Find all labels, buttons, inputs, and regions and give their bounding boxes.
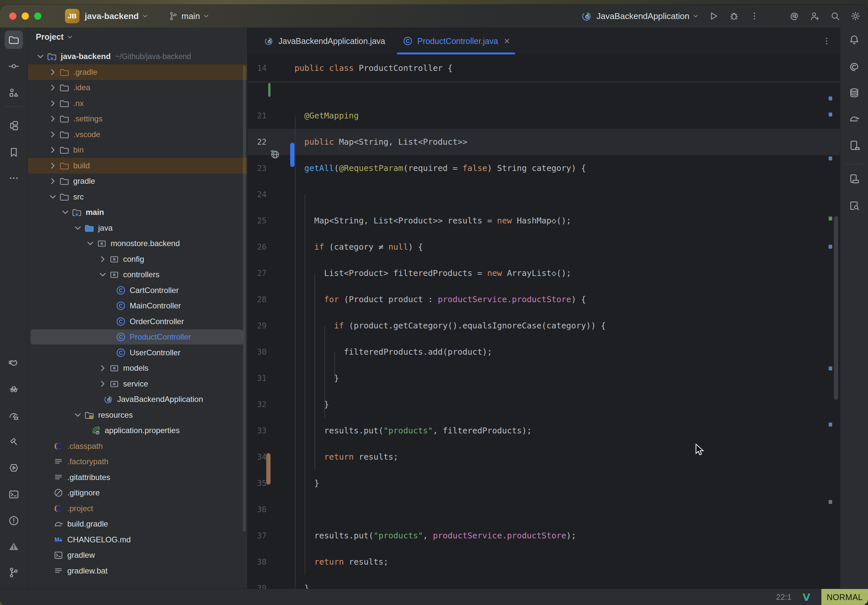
project-tree-scrollbar[interactable] (243, 66, 246, 532)
code-line-23[interactable]: 23 getAll(@RequestParam(required = false… (248, 155, 840, 181)
tree-item--vscode[interactable]: .vscode (28, 127, 247, 142)
tree-item-service[interactable]: service (28, 376, 247, 392)
profiler-icon[interactable] (5, 407, 23, 425)
tree-item-gradle[interactable]: gradle (28, 173, 247, 189)
chevron-down-icon[interactable] (97, 269, 108, 280)
code-line-26[interactable]: 26 if (category ≠ null) { (248, 234, 840, 260)
project-folder-icon[interactable] (5, 31, 23, 49)
code-line-31[interactable]: 31 } (248, 365, 840, 391)
ai-assistant-button[interactable] (788, 9, 801, 23)
chevron-down-icon[interactable] (691, 12, 700, 20)
code-line-29[interactable]: 29 if (product.getCategory().equalsIgnor… (248, 313, 840, 339)
device-mirror-icon[interactable] (845, 170, 863, 188)
chevron-right-icon[interactable] (47, 97, 59, 109)
chevron-right-icon[interactable] (47, 128, 59, 141)
bookmarks-icon[interactable] (5, 143, 23, 161)
notifications-bell-icon[interactable] (845, 31, 863, 49)
code-line-21[interactable]: 21 @GetMapping (248, 103, 840, 129)
chevron-right-icon[interactable] (97, 378, 108, 390)
code-line-37[interactable]: 37 results.put("products", productServic… (248, 523, 840, 549)
spring-mapping-globe-icon[interactable] (268, 148, 282, 161)
tree-item-models[interactable]: models (28, 360, 247, 376)
copilot-cat-icon[interactable] (5, 354, 23, 373)
tree-item-application-properties[interactable]: application.properties (28, 422, 247, 438)
code-line-25[interactable]: 25 Map<String, List<Product>> results = … (248, 208, 840, 234)
tab-options-icon[interactable] (822, 36, 832, 46)
code-editor[interactable]: 21 @GetMapping22 public Map<String, List… (248, 55, 840, 589)
tree-item-maincontroller[interactable]: CMainController (28, 298, 247, 314)
code-line-30[interactable]: 30 filteredProducts.add(product); (248, 339, 840, 365)
error-stripe-mark[interactable] (829, 156, 832, 161)
tree-item--factorypath[interactable]: .factorypath (28, 454, 247, 469)
tree-item-gradlew[interactable]: gradlew (28, 547, 247, 563)
tree-item-java-backend[interactable]: java-backend~/Github/java-backend (28, 48, 247, 64)
run-configuration[interactable]: JavaBackendApplication (597, 11, 690, 21)
minimize-window-button[interactable] (22, 12, 29, 20)
chevron-right-icon[interactable] (47, 144, 59, 156)
error-stripe-mark[interactable] (829, 500, 832, 504)
git-branch-icon[interactable] (5, 563, 23, 582)
tree-item-ordercontroller[interactable]: COrderController (28, 314, 247, 330)
chevron-down-icon[interactable] (141, 12, 149, 20)
code-line-33[interactable]: 33 results.put("products", filteredProdu… (248, 418, 840, 444)
tree-item-changelog-md[interactable]: MCHANGELOG.md (28, 532, 247, 548)
code-line-39[interactable]: 39 } (248, 575, 840, 589)
editor-scrollbar[interactable] (834, 216, 838, 400)
sticky-line-14[interactable]: 14public class ProductController { (248, 55, 840, 82)
close-window-button[interactable] (9, 12, 16, 20)
more-actions-button[interactable] (748, 9, 761, 23)
tree-item--settings[interactable]: .settings (28, 111, 247, 127)
tree-item-java[interactable]: java (28, 220, 247, 236)
error-stripe-mark[interactable] (829, 367, 832, 370)
tree-item-controllers[interactable]: controllers (28, 267, 247, 283)
chevron-down-icon[interactable] (84, 238, 96, 249)
tree-item-javabackendapplication[interactable]: JavaBackendApplication (28, 391, 247, 407)
chevron-right-icon[interactable] (47, 113, 59, 125)
chevron-right-icon[interactable] (47, 66, 59, 78)
build-hammer-icon[interactable] (5, 433, 23, 451)
code-line-38[interactable]: 38 return results; (248, 549, 840, 575)
chevron-down-icon[interactable] (59, 206, 71, 218)
code-line-34[interactable]: 34 return results; (248, 444, 840, 470)
code-line-27[interactable]: 27 List<Product> filteredProducts = new … (248, 260, 840, 286)
chevron-right-icon[interactable] (97, 362, 108, 374)
code-line-22[interactable]: 22 public Map<String, List<Product>> (248, 129, 840, 155)
services-icon[interactable] (5, 459, 23, 477)
code-line-28[interactable]: 28 for (Product product : productService… (248, 286, 840, 313)
warning-triangle-icon[interactable] (5, 537, 23, 556)
tree-item--classpath[interactable]: .classpath (28, 438, 247, 454)
project-name[interactable]: java-backend (85, 11, 139, 21)
settings-button[interactable] (849, 9, 862, 23)
chevron-right-icon[interactable] (97, 253, 108, 265)
tree-item-productcontroller[interactable]: CProductController (28, 329, 247, 345)
tree-item--gitignore[interactable]: .gitignore (28, 485, 247, 501)
commit-icon[interactable] (5, 57, 23, 76)
tree-item-config[interactable]: config (28, 251, 247, 267)
chevron-down-icon[interactable] (72, 222, 84, 234)
chevron-down-icon[interactable] (47, 191, 59, 203)
tree-item--project[interactable]: .project (28, 501, 247, 517)
code-line-35[interactable]: 35 } (248, 470, 840, 497)
ai-assistant-icon[interactable] (845, 58, 863, 76)
structure-icon[interactable] (5, 84, 23, 102)
branch-name[interactable]: main (181, 11, 200, 21)
running-devices-icon[interactable] (845, 136, 863, 155)
code-line-36[interactable]: 36 (248, 497, 840, 523)
code-with-me-button[interactable] (808, 9, 822, 23)
tree-item-bin[interactable]: bin (28, 142, 247, 158)
tree-item-cartcontroller[interactable]: CCartController (28, 283, 247, 298)
search-everywhere-button[interactable] (829, 9, 842, 23)
project-view-selector[interactable]: Project (36, 32, 74, 42)
incognito-icon[interactable] (5, 380, 23, 398)
tree-item--idea[interactable]: .idea (28, 80, 247, 96)
error-stripe-mark[interactable] (829, 422, 832, 427)
chevron-right-icon[interactable] (47, 82, 59, 93)
tree-item-monostore-backend[interactable]: monostore.backend (28, 235, 247, 251)
zoom-window-button[interactable] (34, 12, 41, 20)
find-in-file-icon[interactable] (845, 196, 863, 215)
code-line-32[interactable]: 32 } (248, 391, 840, 418)
vim-mode-badge[interactable]: NORMAL (822, 589, 868, 605)
run-button[interactable] (707, 9, 720, 23)
chevron-right-icon[interactable] (47, 175, 59, 187)
problems-icon[interactable] (5, 512, 23, 530)
